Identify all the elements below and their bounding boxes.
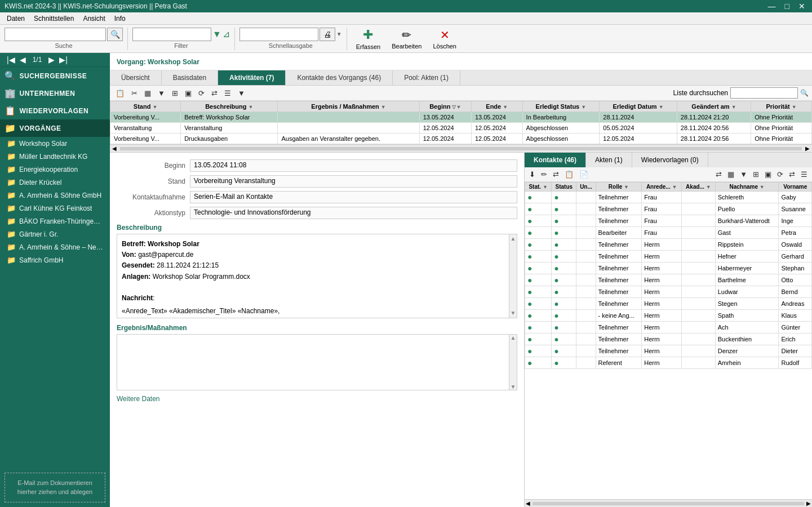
ct-hscroll-right[interactable]: ▶: [805, 500, 812, 506]
col-erledigt-status[interactable]: Erledigt Status ▼: [522, 101, 600, 112]
sidebar-item-9[interactable]: 📁Saffrich GmbH: [0, 254, 110, 266]
contact-row-8[interactable]: ● ● Teilnehmer Herrn Ludwar Bernd: [525, 286, 812, 298]
desc-scrollbar[interactable]: ▲ ▼: [509, 234, 517, 318]
contact-row-6[interactable]: ● ● Teilnehmer Herrn Habermeyer Stephan: [525, 263, 812, 274]
ct-btn10[interactable]: ▣: [762, 169, 774, 180]
contact-tab-0[interactable]: Kontakte (46): [525, 153, 586, 167]
contact-row-14[interactable]: ● ● Referent Herrn Amrhein Rudolf: [525, 357, 812, 369]
col-erledigt-datum[interactable]: Erledigt Datum ▼: [600, 101, 677, 112]
schnellausgabe-dropdown-icon[interactable]: ▼: [336, 31, 342, 37]
act-columns-btn[interactable]: ▦: [142, 88, 153, 99]
sidebar-item-0[interactable]: 📁Workshop Solar: [0, 137, 110, 150]
act-dropdown-btn[interactable]: ▼: [156, 88, 167, 99]
contact-row-1[interactable]: ● ● Teilnehmer Frau Puello Susanne: [525, 203, 812, 215]
menu-daten[interactable]: Daten: [2, 14, 29, 24]
ct-btn1[interactable]: ⬇: [527, 169, 538, 180]
tab-2[interactable]: Aktivitäten (7): [218, 70, 286, 85]
tab-3[interactable]: Kontakte des Vorgangs (46): [286, 70, 393, 85]
sidebar-item-7[interactable]: 📁Gärtner i. Gr.: [0, 228, 110, 241]
ct-col-vorname[interactable]: Vorname: [779, 183, 812, 192]
nav-prev-button[interactable]: ◀: [17, 55, 28, 64]
hscroll-right[interactable]: ▶: [803, 145, 812, 152]
sidebar-item-1[interactable]: 📁Müller Landtechnik KG: [0, 150, 110, 163]
act-sort-btn[interactable]: ⊞: [170, 88, 180, 99]
ergebnis-scroll-down[interactable]: ▼: [511, 384, 516, 390]
contact-row-13[interactable]: ● ● Teilnehmer Herrn Denzer Dieter: [525, 345, 812, 357]
act-dropdown2-btn[interactable]: ▼: [236, 88, 247, 99]
sidebar-item-2[interactable]: 📁Energiekooperation: [0, 163, 110, 176]
ct-btn5[interactable]: 📄: [577, 169, 591, 180]
ct-btn6[interactable]: ⇄: [713, 169, 724, 180]
ct-col-un[interactable]: Un...: [576, 183, 596, 192]
menu-schnittstellen[interactable]: Schnittstellen: [29, 14, 78, 24]
ct-btn13[interactable]: ☰: [798, 169, 810, 180]
contact-tab-1[interactable]: Akten (1): [586, 153, 632, 167]
contact-row-12[interactable]: ● ● Teilnehmer Herrn Buckenthien Erich: [525, 333, 812, 345]
sidebar-item-5[interactable]: 📁Carl Kühne KG Feinkost: [0, 202, 110, 215]
ct-btn2[interactable]: ✏: [539, 169, 549, 180]
ct-col-akad[interactable]: Akad... ▼: [682, 183, 716, 192]
minimize-button[interactable]: —: [766, 2, 778, 11]
contact-row-7[interactable]: ● ● Teilnehmer Herrn Barthelme Otto: [525, 274, 812, 286]
tab-1[interactable]: Basisdaten: [162, 70, 218, 85]
nav-first-button[interactable]: |◀: [5, 55, 17, 64]
list-search-icon[interactable]: 🔍: [800, 89, 809, 97]
col-geaendert[interactable]: Geändert am ▼: [677, 101, 751, 112]
contact-row-4[interactable]: ● ● Teilnehmer Herrn Rippstein Oswald: [525, 239, 812, 251]
ct-btn4[interactable]: 📋: [562, 169, 576, 180]
schnellausgabe-input[interactable]: [239, 28, 318, 41]
act-refresh-btn[interactable]: ⟳: [196, 88, 207, 99]
menu-info[interactable]: Info: [110, 14, 130, 24]
col-ende[interactable]: Ende ▼: [471, 101, 522, 112]
sidebar-item-4[interactable]: 📁A. Amrhein & Söhne GmbH: [0, 189, 110, 202]
contact-row-9[interactable]: ● ● Teilnehmer Herrn Stegen Andreas: [525, 298, 812, 310]
act-copy-btn[interactable]: 📋: [113, 88, 127, 99]
close-button[interactable]: ✕: [796, 2, 807, 11]
ergebnis-section-label[interactable]: Ergebnis/Maßnahmen: [117, 324, 517, 332]
contact-tab-2[interactable]: Wiedervorlagen (0): [632, 153, 708, 167]
ct-hscroll[interactable]: ◀ ▶: [525, 499, 812, 507]
activity-row-2[interactable]: Vorbereitung V... Druckausgaben Ausgaben…: [110, 134, 812, 144]
ct-btn3[interactable]: ⇄: [551, 169, 561, 180]
col-stand[interactable]: Stand ▼: [110, 101, 181, 112]
sidebar-section-vorgaenge[interactable]: 📁 VORGÄNGE: [0, 119, 110, 137]
ct-col-anrede[interactable]: Anrede... ▼: [642, 183, 682, 192]
sidebar-item-3[interactable]: 📁Dieter Krückel: [0, 176, 110, 189]
ergebnis-scrollbar[interactable]: ▲ ▼: [509, 335, 517, 390]
contact-row-10[interactable]: ● ● - keine Ang... Herrn Spath Klaus: [525, 310, 812, 322]
desc-scroll-up[interactable]: ▲: [511, 234, 516, 243]
filter-icon[interactable]: ▼: [212, 29, 221, 39]
contact-row-5[interactable]: ● ● Teilnehmer Herrn Hefner Gerhard: [525, 251, 812, 263]
col-beschreibung[interactable]: Beschreibung ▼: [181, 101, 278, 112]
desc-scroll-down[interactable]: ▼: [511, 309, 516, 318]
ct-btn7[interactable]: ▦: [725, 169, 736, 180]
contact-row-11[interactable]: ● ● Teilnehmer Herrn Ach Günter: [525, 322, 812, 333]
ct-col-stat[interactable]: Stat. ▼: [525, 183, 552, 192]
nav-last-button[interactable]: ▶|: [57, 55, 70, 64]
ct-col-rolle[interactable]: Rolle ▼: [596, 183, 642, 192]
contact-row-2[interactable]: ● ● Teilnehmer Frau Burkhard-Vatterodt I…: [525, 215, 812, 227]
sidebar-section-suchergebnisse[interactable]: 🔍 SUCHERGEBNISSE: [0, 67, 110, 84]
menu-ansicht[interactable]: Ansicht: [78, 14, 109, 24]
loeschen-button[interactable]: ✕ Löschen: [428, 26, 461, 52]
ergebnis-scroll-up[interactable]: ▲: [511, 335, 516, 341]
tab-0[interactable]: Übersicht: [110, 70, 162, 85]
activity-row-1[interactable]: Veranstaltung Veranstaltung 12.05.2024 1…: [110, 123, 812, 134]
maximize-button[interactable]: □: [783, 2, 792, 11]
act-export-btn[interactable]: ⇄: [209, 88, 220, 99]
contact-row-3[interactable]: ● ● Bearbeiter Frau Gast Petra: [525, 227, 812, 239]
search-button[interactable]: 🔍: [107, 28, 123, 41]
list-search-input[interactable]: [730, 87, 798, 99]
tab-4[interactable]: Pool: Akten (1): [393, 70, 460, 85]
nav-next-button[interactable]: ▶: [46, 55, 57, 64]
erfassen-button[interactable]: ✚ Erfassen: [352, 25, 385, 52]
ct-col-nachname[interactable]: Nachname ▼: [715, 183, 779, 192]
sidebar-item-8[interactable]: 📁A. Amrhein & Söhne – Neue Pr...: [0, 241, 110, 254]
activity-row-0[interactable]: Vorbereitung V... Betreff: Workshop Sola…: [110, 112, 812, 123]
filter-input[interactable]: [132, 28, 211, 41]
ct-btn12[interactable]: ⇄: [787, 169, 797, 180]
act-filter2-btn[interactable]: ▣: [183, 88, 194, 99]
sidebar-section-unternehmen[interactable]: 🏢 UNTERNEHMEN: [0, 84, 110, 102]
sidebar-item-6[interactable]: 📁BÄKO Franken-Thüringen Bäc...: [0, 215, 110, 228]
print-button[interactable]: 🖨: [320, 28, 335, 41]
